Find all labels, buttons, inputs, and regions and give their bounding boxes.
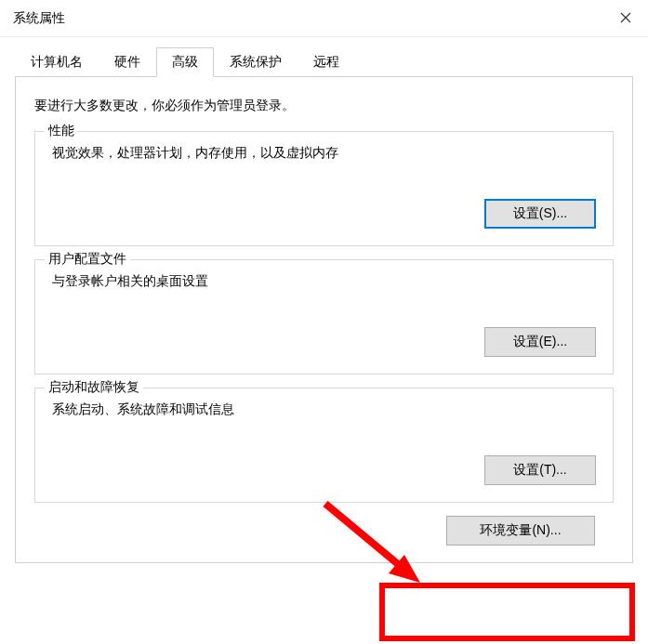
performance-group: 性能 视觉效果，处理器计划，内存使用，以及虚拟内存 设置(S)... [34,131,614,246]
tab-computer-name[interactable]: 计算机名 [15,47,99,77]
close-button[interactable] [603,0,648,37]
titlebar: 系统属性 [0,0,648,37]
close-icon [620,10,631,27]
performance-settings-button[interactable]: 设置(S)... [484,199,596,229]
content-area: 计算机名 硬件 高级 系统保护 远程 要进行大多数更改，你必须作为管理员登录。 … [0,37,648,578]
startup-recovery-settings-button[interactable]: 设置(T)... [484,455,596,485]
performance-desc: 视觉效果，处理器计划，内存使用，以及虚拟内存 [52,145,596,162]
user-profiles-settings-button[interactable]: 设置(E)... [484,327,596,357]
tab-system-protection[interactable]: 系统保护 [214,47,298,77]
user-profiles-desc: 与登录帐户相关的桌面设置 [52,273,596,290]
environment-variables-button[interactable]: 环境变量(N)... [446,516,595,545]
tab-advanced[interactable]: 高级 [156,47,214,77]
user-profiles-legend: 用户配置文件 [45,251,130,268]
tab-remote[interactable]: 远程 [298,47,355,77]
user-profiles-group: 用户配置文件 与登录帐户相关的桌面设置 设置(E)... [34,259,614,375]
startup-recovery-legend: 启动和故障恢复 [45,379,143,396]
window-title: 系统属性 [13,10,65,27]
annotation-highlight-box [379,583,635,641]
performance-legend: 性能 [45,123,78,139]
startup-recovery-desc: 系统启动、系统故障和调试信息 [52,401,596,418]
admin-notice: 要进行大多数更改，你必须作为管理员登录。 [34,98,614,114]
tab-panel-advanced: 要进行大多数更改，你必须作为管理员登录。 性能 视觉效果，处理器计划，内存使用，… [15,77,633,563]
tab-hardware[interactable]: 硬件 [99,47,156,77]
startup-recovery-group: 启动和故障恢复 系统启动、系统故障和调试信息 设置(T)... [34,388,614,503]
tab-strip: 计算机名 硬件 高级 系统保护 远程 [15,46,633,77]
